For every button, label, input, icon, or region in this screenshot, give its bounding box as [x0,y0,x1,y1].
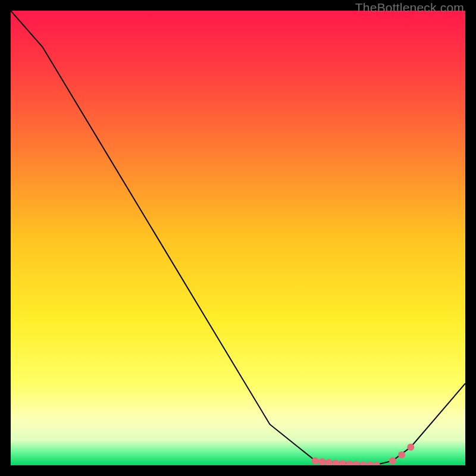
optimal-marker [312,457,319,464]
optimal-marker [398,451,405,458]
optimal-marker [318,458,325,465]
bottleneck-chart [11,11,465,465]
watermark-text: TheBottleneck.com [355,1,464,15]
optimal-marker [389,457,396,464]
chart-frame [11,11,465,465]
optimal-marker [407,443,414,450]
gradient-background [11,11,465,465]
